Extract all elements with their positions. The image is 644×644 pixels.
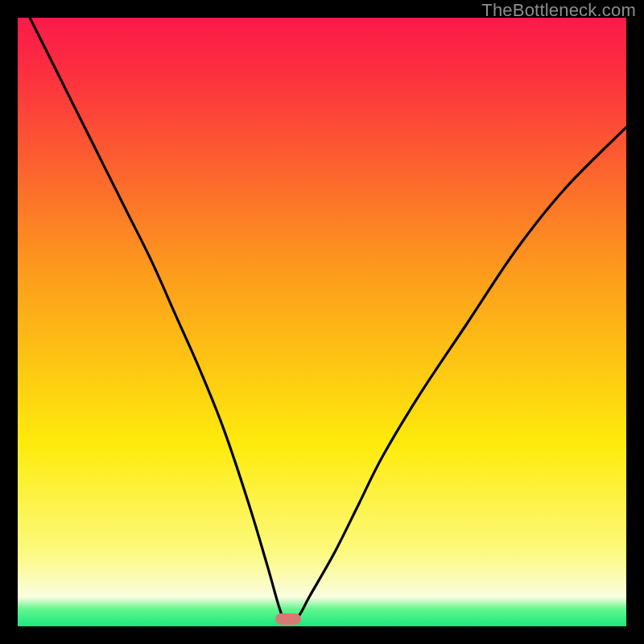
optimal-marker (275, 613, 301, 625)
mismatch-curve (18, 18, 626, 626)
watermark-text: TheBottleneck.com (481, 0, 636, 21)
chart-frame: TheBottleneck.com (0, 0, 644, 644)
plot-area (18, 18, 626, 626)
